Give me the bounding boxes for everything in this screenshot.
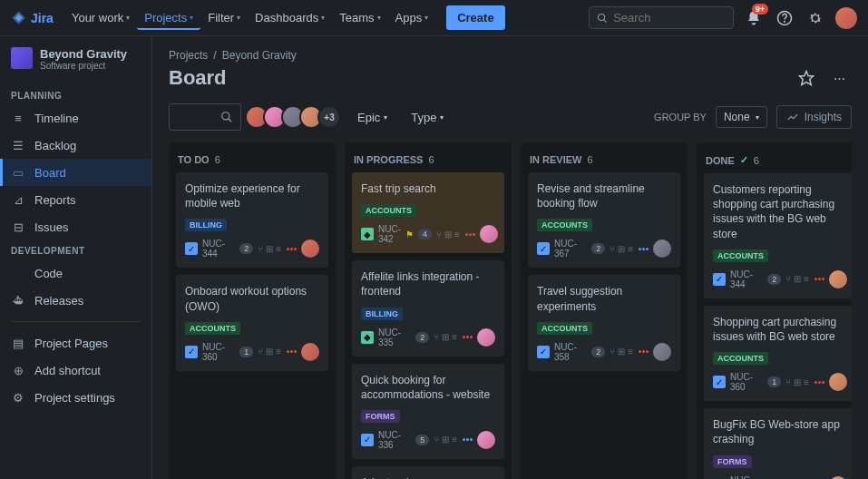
card-title: Adapt web app no new payments provider bbox=[361, 475, 495, 479]
svg-point-3 bbox=[785, 21, 785, 22]
avatar-more[interactable]: +3 bbox=[317, 105, 341, 129]
project-icon bbox=[11, 47, 33, 69]
issue-card[interactable]: Shopping cart purchasing issues with BG … bbox=[704, 306, 852, 401]
sidebar-item-timeline[interactable]: ≡Timeline bbox=[0, 104, 151, 132]
breadcrumb-project[interactable]: Beyond Gravity bbox=[222, 49, 297, 62]
card-title: Affelite links integration - frontend bbox=[361, 269, 495, 298]
assignee-avatar[interactable] bbox=[301, 343, 319, 361]
assignee-avatar[interactable] bbox=[301, 240, 319, 258]
card-tag: FORMS bbox=[361, 410, 400, 423]
more-icon[interactable]: ⋯ bbox=[826, 65, 852, 91]
card-meta-icons: ⑂⊞≡ bbox=[258, 347, 281, 357]
profile-avatar[interactable] bbox=[835, 7, 857, 29]
assignee-avatar[interactable] bbox=[480, 225, 498, 243]
nav-your-work[interactable]: Your work ▾ bbox=[64, 5, 137, 30]
issue-card[interactable]: Optimize experience for mobile webBILLIN… bbox=[176, 172, 328, 268]
issue-card[interactable]: Revise and streamline booking flowACCOUN… bbox=[528, 172, 680, 268]
create-button[interactable]: Create bbox=[446, 5, 504, 30]
issue-card[interactable]: Fast trip searchACCOUNTS◆NUC-342⚑4⑂⊞≡ bbox=[352, 172, 504, 253]
card-meta-icons: ⑂⊞≡ bbox=[258, 244, 281, 254]
sidebar-item-reports[interactable]: ⊿Reports bbox=[0, 186, 151, 213]
issue-key: NUC-360 bbox=[202, 342, 235, 362]
issue-key: NUC-344 bbox=[202, 239, 235, 259]
sidebar-item-add-shortcut[interactable]: ⊕Add shortcut bbox=[0, 357, 151, 384]
assignee-avatar[interactable] bbox=[829, 270, 847, 288]
card-meta-icons: ⑂⊞≡ bbox=[610, 347, 633, 357]
assignee-avatar[interactable] bbox=[653, 240, 671, 258]
svg-line-1 bbox=[604, 19, 607, 22]
assignee-avatar[interactable] bbox=[477, 431, 495, 449]
card-title: Onboard workout options (OWO) bbox=[185, 284, 319, 313]
column-in-review: IN REVIEW 6Revise and streamline booking… bbox=[521, 143, 688, 479]
card-tag: ACCOUNTS bbox=[713, 249, 768, 262]
board-icon: ▭ bbox=[11, 165, 25, 180]
issue-card[interactable]: Affelite links integration - frontendBIL… bbox=[352, 260, 504, 356]
issue-type-icon: ✓ bbox=[537, 346, 550, 358]
project-header[interactable]: Beyond Gravity Software project bbox=[0, 47, 151, 85]
sidebar-section: DEVELOPMENT bbox=[0, 240, 151, 259]
column-in-progress: IN PROGRESS 6Fast trip searchACCOUNTS◆NU… bbox=[345, 143, 512, 479]
assignee-avatar[interactable] bbox=[829, 476, 847, 480]
board-search[interactable] bbox=[169, 103, 241, 131]
groupby-select[interactable]: None ▾ bbox=[716, 106, 767, 128]
sidebar-item-issues[interactable]: ⊟Issues bbox=[0, 213, 151, 240]
search-input[interactable] bbox=[613, 11, 726, 24]
nav-projects[interactable]: Projects ▾ bbox=[137, 5, 200, 30]
global-search[interactable] bbox=[589, 6, 734, 29]
card-meta-icons: ⑂⊞≡ bbox=[434, 435, 457, 445]
nav-teams[interactable]: Teams ▾ bbox=[332, 5, 387, 30]
insights-button[interactable]: Insights bbox=[776, 105, 852, 129]
assignee-avatar[interactable] bbox=[477, 328, 495, 347]
issue-card[interactable]: Quick booking for accommodations - websi… bbox=[352, 364, 504, 459]
board-columns: TO DO 6Optimize experience for mobile we… bbox=[169, 143, 852, 479]
assignee-avatar[interactable] bbox=[653, 343, 671, 361]
nav-apps[interactable]: Apps ▾ bbox=[388, 5, 436, 30]
epic-filter[interactable]: Epic ▾ bbox=[350, 105, 395, 130]
notification-badge: 9+ bbox=[752, 4, 768, 15]
subtask-count: 4 bbox=[418, 229, 432, 240]
issue-type-icon: ✓ bbox=[713, 376, 726, 388]
subtask-count: 2 bbox=[767, 274, 781, 285]
notifications-icon[interactable]: 9+ bbox=[743, 7, 765, 29]
card-tag: BILLING bbox=[185, 219, 227, 231]
done-check-icon: ✓ bbox=[740, 154, 748, 166]
nav-dashboards[interactable]: Dashboards ▾ bbox=[248, 5, 332, 30]
issue-card[interactable]: Onboard workout options (OWO)ACCOUNTS✓NU… bbox=[176, 275, 328, 370]
type-filter[interactable]: Type ▾ bbox=[404, 105, 451, 130]
star-icon[interactable] bbox=[794, 65, 819, 91]
issue-type-icon: ✓ bbox=[185, 242, 198, 255]
card-tag: ACCOUNTS bbox=[713, 352, 768, 365]
card-meta-icons: ⑂⊞≡ bbox=[785, 274, 809, 284]
card-tag: BILLING bbox=[361, 308, 403, 320]
sidebar-item-code[interactable]: Code bbox=[0, 259, 151, 287]
sidebar-item-releases[interactable]: ⛴Releases bbox=[0, 287, 151, 314]
subtask-count: 1 bbox=[239, 347, 253, 357]
board-toolbar: +3 Epic ▾ Type ▾ GROUP BY None ▾ Insight… bbox=[169, 103, 852, 131]
breadcrumb-projects[interactable]: Projects bbox=[169, 49, 208, 62]
reports-icon: ⊿ bbox=[11, 192, 25, 207]
column-done: DONE ✓ 6Customers reporting shopping car… bbox=[697, 143, 852, 479]
issues-icon: ⊟ bbox=[11, 220, 25, 234]
settings-icon[interactable] bbox=[805, 7, 826, 29]
issue-card[interactable]: Customers reporting shopping cart purcha… bbox=[704, 173, 852, 298]
column-header: IN REVIEW 6 bbox=[528, 151, 680, 172]
issue-card[interactable]: Travel suggestion experimentsACCOUNTS✓NU… bbox=[528, 275, 680, 370]
backlog-icon: ☰ bbox=[11, 138, 25, 152]
subtask-count: 2 bbox=[591, 347, 605, 357]
jira-logo[interactable]: Jira bbox=[11, 10, 54, 26]
issue-card[interactable]: Adapt web app no new payments providerFO… bbox=[352, 466, 504, 479]
help-icon[interactable] bbox=[774, 7, 795, 29]
column-to-do: TO DO 6Optimize experience for mobile we… bbox=[169, 143, 336, 479]
issue-card[interactable]: BugFix BG Web-store app crashingFORMS✓NU… bbox=[704, 408, 852, 479]
card-title: Shopping cart purchasing issues with BG … bbox=[713, 315, 847, 344]
sidebar-item-backlog[interactable]: ☰Backlog bbox=[0, 132, 151, 159]
card-title: Fast trip search bbox=[361, 181, 495, 196]
assignee-avatar[interactable] bbox=[829, 373, 847, 391]
sidebar-item-board[interactable]: ▭Board bbox=[0, 159, 151, 186]
issue-key: NUC-344 bbox=[730, 269, 763, 289]
breadcrumb: Projects / Beyond Gravity bbox=[169, 49, 852, 62]
assignee-filter-avatars[interactable]: +3 bbox=[250, 105, 341, 129]
nav-filter[interactable]: Filter ▾ bbox=[200, 5, 248, 30]
sidebar-item-project-settings[interactable]: ⚙Project settings bbox=[0, 384, 151, 411]
sidebar-item-project-pages[interactable]: ▤Project Pages bbox=[0, 329, 151, 357]
